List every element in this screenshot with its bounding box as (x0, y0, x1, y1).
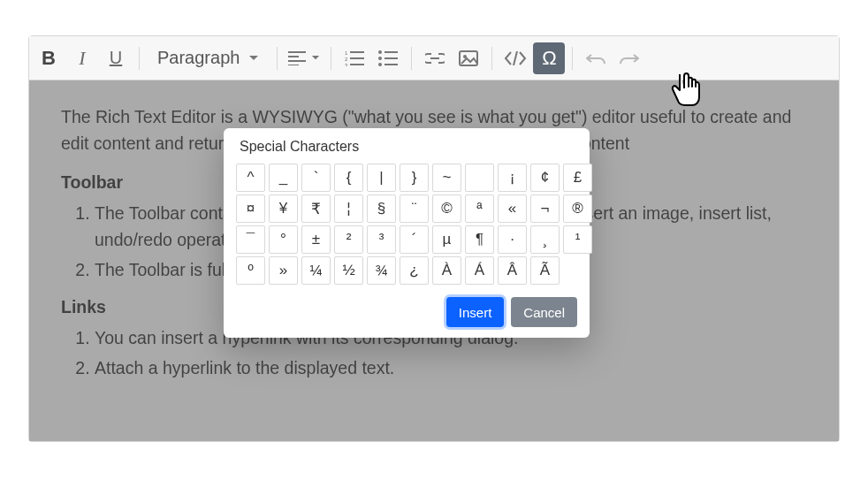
bold-button[interactable]: B (33, 42, 65, 74)
char-cell[interactable]: ¶ (465, 225, 494, 254)
char-cell[interactable]: À (432, 256, 461, 285)
char-cell[interactable]: ª (465, 194, 494, 223)
undo-icon (586, 52, 605, 65)
char-cell[interactable]: ¡ (498, 164, 527, 192)
code-icon (504, 51, 527, 65)
char-cell[interactable]: ¾ (367, 256, 396, 285)
dialog-title: Special Characters (240, 139, 577, 155)
char-cell[interactable]: } (400, 164, 429, 192)
char-cell[interactable]: ¼ (301, 256, 331, 285)
char-cell[interactable]: ¯ (236, 225, 265, 254)
char-cell[interactable]: µ (432, 225, 461, 254)
svg-rect-0 (288, 51, 306, 53)
image-button[interactable] (453, 42, 484, 74)
char-cell[interactable]: º (236, 256, 265, 285)
omega-icon: Ω (542, 47, 556, 70)
chevron-down-icon (311, 55, 320, 61)
char-cell[interactable]: ± (301, 225, 331, 254)
svg-rect-15 (385, 64, 398, 65)
separator (572, 47, 573, 70)
char-cell[interactable]: _ (269, 164, 298, 192)
svg-text:2: 2 (345, 57, 348, 62)
paragraph-label: Paragraph (157, 48, 240, 68)
italic-icon: I (79, 47, 85, 70)
char-cell[interactable]: § (367, 194, 396, 223)
char-cell[interactable]: ° (269, 225, 298, 254)
italic-button[interactable]: I (66, 42, 98, 74)
separator (277, 47, 278, 70)
char-cell[interactable]: · (498, 225, 527, 254)
char-cell[interactable]: ¥ (269, 194, 298, 223)
char-cell[interactable]: Â (498, 256, 527, 285)
char-cell[interactable]: ¿ (400, 256, 429, 285)
char-cell[interactable] (465, 164, 494, 192)
separator (491, 47, 492, 70)
char-cell[interactable]: ~ (432, 164, 461, 192)
insert-button[interactable]: Insert (446, 297, 505, 327)
undo-button[interactable] (580, 42, 612, 74)
svg-rect-11 (385, 51, 398, 53)
ordered-list-icon: 1 2 3 (345, 50, 364, 66)
char-cell[interactable]: ¬ (530, 194, 560, 223)
redo-button[interactable] (613, 42, 645, 74)
svg-rect-9 (350, 64, 364, 65)
cancel-button[interactable]: Cancel (511, 297, 577, 327)
char-cell[interactable]: ^ (236, 164, 265, 192)
char-cell[interactable]: ³ (367, 225, 396, 254)
char-cell[interactable]: { (334, 164, 363, 192)
dialog-footer: Insert Cancel (236, 297, 577, 327)
char-cell[interactable]: ® (563, 194, 592, 223)
svg-rect-1 (288, 56, 299, 57)
char-cell[interactable]: ½ (334, 256, 363, 285)
separator (411, 47, 412, 70)
char-cell[interactable]: Ã (530, 256, 560, 285)
link-icon (425, 53, 445, 64)
svg-text:1: 1 (345, 50, 348, 56)
separator (139, 47, 140, 70)
char-cell[interactable]: | (367, 164, 396, 192)
char-cell[interactable]: ¨ (400, 194, 429, 223)
chevron-down-icon (248, 55, 259, 62)
char-cell[interactable]: ¦ (334, 194, 363, 223)
unordered-list-icon (378, 50, 398, 66)
char-cell[interactable]: ₹ (301, 194, 331, 223)
svg-point-10 (378, 50, 382, 54)
svg-point-14 (378, 63, 382, 66)
char-cell[interactable]: ¢ (530, 164, 560, 192)
underline-icon: U (110, 48, 122, 68)
unordered-list-button[interactable] (372, 42, 404, 74)
char-cell[interactable]: ¹ (563, 225, 592, 254)
toolbar: B I U Paragraph (29, 36, 839, 80)
image-icon (459, 50, 478, 66)
svg-rect-7 (350, 57, 364, 59)
svg-point-12 (378, 57, 382, 60)
code-view-button[interactable] (499, 42, 531, 74)
link-button[interactable] (419, 42, 451, 74)
special-characters-button[interactable]: Ω (533, 42, 565, 74)
character-grid: ^_`{|}~ ¡¢£¤¥₹¦§¨©ª«¬®¯°±²³´µ¶·¸¹º»¼½¾¿À… (236, 164, 577, 285)
svg-rect-5 (350, 51, 364, 53)
svg-rect-3 (288, 65, 299, 65)
char-cell[interactable]: ² (334, 225, 363, 254)
char-cell[interactable]: « (498, 194, 527, 223)
char-cell[interactable]: Á (465, 256, 494, 285)
char-cell[interactable]: » (269, 256, 298, 285)
char-cell[interactable]: ´ (400, 225, 429, 254)
paragraph-format-dropdown[interactable]: Paragraph (147, 42, 270, 74)
char-cell[interactable]: £ (563, 164, 592, 192)
ordered-list-button[interactable]: 1 2 3 (339, 42, 370, 74)
align-left-icon (288, 51, 306, 65)
char-cell[interactable]: ` (301, 164, 331, 192)
redo-icon (620, 52, 639, 65)
char-cell[interactable]: ¤ (236, 194, 265, 223)
svg-rect-2 (288, 60, 306, 62)
svg-rect-13 (385, 57, 398, 59)
separator (331, 47, 331, 70)
char-cell[interactable]: © (432, 194, 461, 223)
svg-text:3: 3 (345, 63, 348, 66)
special-characters-dialog: Special Characters ^_`{|}~ ¡¢£¤¥₹¦§¨©ª«¬… (224, 128, 590, 338)
align-button[interactable] (285, 42, 324, 74)
char-cell[interactable]: ¸ (530, 225, 560, 254)
underline-button[interactable]: U (100, 42, 132, 74)
